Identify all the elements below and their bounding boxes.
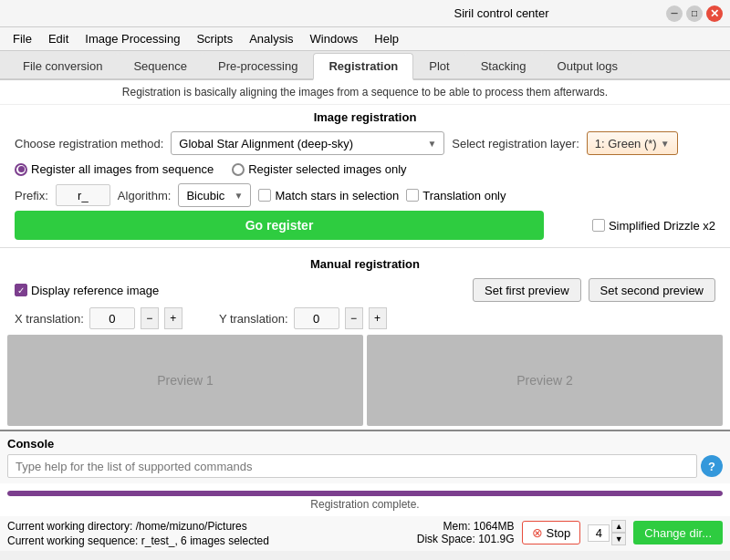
tab-bar: File conversion Sequence Pre-processing … xyxy=(0,51,730,80)
x-increment-button[interactable]: + xyxy=(164,307,182,329)
menu-bar: File Edit Image Processing Scripts Analy… xyxy=(0,27,730,51)
maximize-button[interactable]: □ xyxy=(686,5,703,22)
threads-spin-controls: ▲ ▼ xyxy=(611,520,626,545)
menu-file[interactable]: File xyxy=(5,30,39,47)
translation-only-checkbox[interactable]: Translation only xyxy=(406,189,506,202)
set-first-preview-button[interactable]: Set first preview xyxy=(473,278,580,302)
manual-registration-section: Manual registration ✓ Display reference … xyxy=(0,252,730,426)
menu-analysis[interactable]: Analysis xyxy=(242,30,300,47)
tab-registration[interactable]: Registration xyxy=(313,53,413,80)
help-button[interactable]: ? xyxy=(701,455,723,477)
console-input[interactable] xyxy=(7,454,697,478)
change-dir-button[interactable]: Change dir... xyxy=(633,521,723,544)
close-button[interactable]: ✕ xyxy=(706,5,723,22)
threads-decrement[interactable]: ▼ xyxy=(611,533,626,545)
simplified-drizzle-row: Simplified Drizzle x2 xyxy=(592,219,715,233)
go-register-button[interactable]: Go register xyxy=(15,211,544,240)
menu-scripts[interactable]: Scripts xyxy=(189,30,240,47)
info-bar: Registration is basically aligning the i… xyxy=(0,80,730,105)
stop-label: Stop xyxy=(547,526,571,540)
radio-all-images[interactable]: Register all images from sequence xyxy=(15,162,214,176)
algorithm-dropdown[interactable]: Bicubic ▼ xyxy=(178,183,251,207)
info-text: Registration is basically aligning the i… xyxy=(122,86,608,99)
method-dropdown[interactable]: Global Star Alignment (deep-sky) ▼ xyxy=(171,131,444,155)
select-layer-label: Select registration layer: xyxy=(452,137,579,150)
threads-value: 4 xyxy=(588,524,610,542)
tab-sequence[interactable]: Sequence xyxy=(118,53,203,78)
threads-increment[interactable]: ▲ xyxy=(611,520,626,533)
x-decrement-button[interactable]: − xyxy=(141,307,159,329)
main-content: Registration is basically aligning the i… xyxy=(0,80,730,551)
translation-only-label: Translation only xyxy=(422,189,506,202)
prefix-input[interactable] xyxy=(56,184,110,206)
translation-only-box xyxy=(406,189,419,202)
y-translation-input[interactable] xyxy=(294,307,339,329)
menu-windows[interactable]: Windows xyxy=(303,30,366,47)
preview-buttons-row: Set first preview Set second preview xyxy=(473,278,715,302)
mem-info: Mem: 1064MB Disk Space: 101.9G xyxy=(417,520,515,545)
seq-value: r_test_, 6 images selected xyxy=(141,534,269,547)
menu-image-processing[interactable]: Image Processing xyxy=(78,30,187,47)
set-second-preview-button[interactable]: Set second preview xyxy=(589,278,715,302)
match-stars-checkbox[interactable]: Match stars in selection xyxy=(258,189,399,202)
bottom-bar: Current working directory: /home/mizuno/… xyxy=(0,516,730,551)
bottom-left: Current working directory: /home/mizuno/… xyxy=(7,520,269,547)
match-stars-box xyxy=(258,189,271,202)
x-translation-label: X translation: xyxy=(15,312,84,326)
y-translation-group: Y translation: − + xyxy=(219,307,387,329)
window-title: Siril control center xyxy=(337,6,666,20)
console-input-row: ? xyxy=(7,454,723,478)
radio-selected-circle xyxy=(232,163,245,176)
radio-group: Register all images from sequence Regist… xyxy=(0,159,730,180)
section-divider xyxy=(0,247,730,248)
translation-row: X translation: − + Y translation: − + xyxy=(0,306,730,331)
preview-box-2: Preview 2 xyxy=(367,335,723,426)
progress-section: Registration complete. xyxy=(0,483,730,516)
y-increment-button[interactable]: + xyxy=(369,307,387,329)
algorithm-label: Algorithm: xyxy=(118,189,172,202)
x-translation-group: X translation: − + xyxy=(15,307,182,329)
console-area: Console ? xyxy=(0,430,730,483)
manual-registration-title: Manual registration xyxy=(0,252,730,275)
prefix-label: Prefix: xyxy=(15,189,48,202)
mem-row: Mem: 1064MB xyxy=(443,520,514,533)
layer-dropdown[interactable]: 1: Green (*) ▼ xyxy=(587,131,678,155)
drizzle-label: Simplified Drizzle x2 xyxy=(609,219,715,233)
image-registration-section: Image registration Choose registration m… xyxy=(0,105,730,244)
tab-preprocessing[interactable]: Pre-processing xyxy=(203,53,313,78)
mem-value: 1064MB xyxy=(474,520,515,533)
algorithm-value: Bicubic xyxy=(186,189,224,202)
disk-row: Disk Space: 101.9G xyxy=(417,533,515,545)
method-dropdown-chevron: ▼ xyxy=(427,139,436,149)
display-ref-label: Display reference image xyxy=(31,284,159,297)
disk-value: 101.9G xyxy=(478,533,514,545)
prefix-algorithm-row: Prefix: Algorithm: Bicubic ▼ Match stars… xyxy=(0,180,730,211)
layer-value: 1: Green (*) xyxy=(595,137,657,150)
stop-button[interactable]: ⊗ Stop xyxy=(522,521,581,544)
algorithm-dropdown-chevron: ▼ xyxy=(234,191,243,201)
cwd-label: Current working directory: xyxy=(7,520,132,533)
choose-method-label: Choose registration method: xyxy=(15,137,163,150)
x-translation-input[interactable] xyxy=(89,307,135,329)
display-ref-checkbox[interactable]: ✓ Display reference image xyxy=(15,284,159,297)
method-value: Global Star Alignment (deep-sky) xyxy=(179,137,353,150)
tab-file-conversion[interactable]: File conversion xyxy=(7,53,118,78)
menu-help[interactable]: Help xyxy=(367,30,406,47)
y-decrement-button[interactable]: − xyxy=(345,307,363,329)
progress-bar-inner xyxy=(7,491,723,496)
progress-bar-outer xyxy=(7,491,723,496)
tab-plot[interactable]: Plot xyxy=(413,53,464,78)
menu-edit[interactable]: Edit xyxy=(41,30,76,47)
preview2-label: Preview 2 xyxy=(516,373,572,388)
preview1-label: Preview 1 xyxy=(157,373,213,388)
display-ref-box: ✓ xyxy=(15,284,27,296)
tab-output-logs[interactable]: Output logs xyxy=(542,53,634,78)
drizzle-checkbox[interactable] xyxy=(592,219,605,232)
tab-stacking[interactable]: Stacking xyxy=(465,53,542,78)
seq-row: Current working sequence: r_test_, 6 ima… xyxy=(7,534,269,547)
stop-icon: ⊗ xyxy=(532,525,543,540)
minimize-button[interactable]: ─ xyxy=(666,5,683,22)
cwd-value: /home/mizuno/Pictures xyxy=(136,520,247,533)
radio-selected-images[interactable]: Register selected images only xyxy=(232,162,406,176)
disk-label: Disk Space: xyxy=(417,533,475,545)
